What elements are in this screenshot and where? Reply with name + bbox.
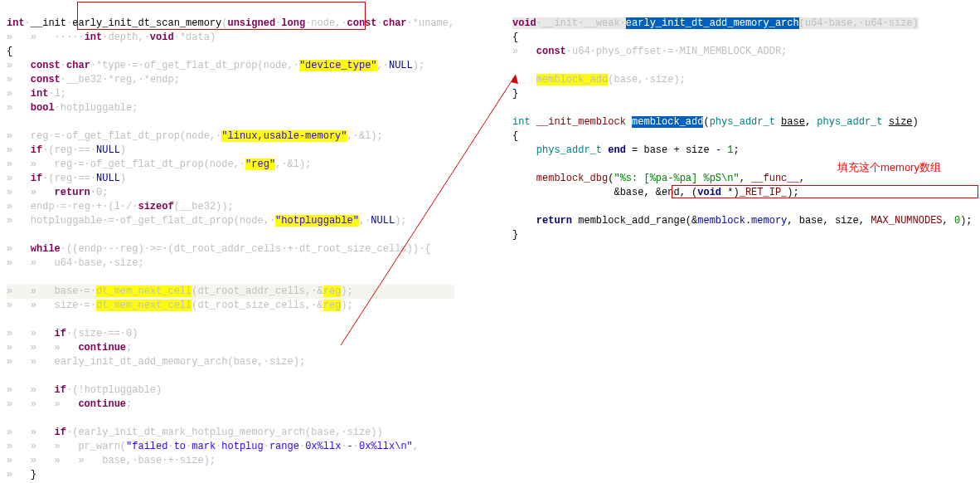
- code-line: {: [512, 130, 518, 142]
- code-line: return memblock_add_range(&memblock.memo…: [512, 215, 973, 227]
- code-line: int __init_memblock memblock_add(phys_ad…: [512, 116, 919, 128]
- code-line: memblock_dbg("%s: [%pa-%pa] %pS\n", __fu…: [512, 173, 805, 184]
- code-line: » if·(reg·==·NULL): [7, 173, 126, 184]
- code-line: » » if·(early_init_dt_mark_hotplug_memor…: [7, 427, 383, 438]
- code-line: }: [512, 229, 518, 241]
- code-line: » bool·hotpluggable;: [7, 102, 138, 114]
- code-line: &base, &end, (void *)_RET_IP_);: [512, 187, 799, 198]
- code-line: void·__init·__weak·early_init_dt_add_mem…: [512, 17, 919, 29]
- code-line: » reg·=·of_get_flat_dt_prop(node,·"linux…: [7, 130, 383, 142]
- code-line: » hotpluggable·=·of_get_flat_dt_prop(nod…: [7, 215, 407, 227]
- code-line: » memblock_add(base,·size);: [512, 74, 686, 85]
- code-line: » » » continue;: [7, 398, 132, 410]
- code-line: » » early_init_dt_add_memory_arch(base,·…: [7, 356, 305, 368]
- right-code-panel: void·__init·__weak·early_init_dt_add_mem…: [512, 2, 973, 242]
- code-line: }: [512, 88, 518, 100]
- code-line: » int·l;: [7, 88, 66, 100]
- code-line: » » u64·base,·size;: [7, 257, 144, 269]
- code-line: » const·u64·phys_offset·=·MIN_MEMBLOCK_A…: [512, 46, 787, 57]
- code-line: » » » continue;: [7, 342, 132, 354]
- code-line: » » if·(size·==·0): [7, 328, 138, 339]
- code-line: int·__init·early_init_dt_scan_memory(uns…: [7, 17, 454, 29]
- code-line: » }: [7, 469, 36, 481]
- code-line: » const·__be32·*reg,·*endp;: [7, 74, 180, 85]
- code-line: » » if·(!hotpluggable): [7, 384, 162, 396]
- code-line: » endp·=·reg·+·(l·/·sizeof(__be32));: [7, 201, 234, 212]
- code-line: » » return·0;: [7, 187, 108, 198]
- code-line: » » ·····int·depth,·void·*data): [7, 32, 216, 43]
- code-line: » while·((endp·-·reg)·>=·(dt_root_addr_c…: [7, 243, 430, 255]
- code-line: {: [512, 32, 518, 43]
- code-line: » const·char·*type·=·of_get_flat_dt_prop…: [7, 60, 425, 71]
- code-line: » if·(reg·==·NULL): [7, 144, 126, 156]
- code-line: phys_addr_t end = base + size - 1;: [512, 144, 740, 156]
- left-code-panel: int·__init·early_init_dt_scan_memory(uns…: [7, 2, 454, 483]
- code-line: » » reg·=·of_get_flat_dt_prop(node,·"reg…: [7, 159, 311, 170]
- highlighted-line: » » base·=·dt_mem_next_cell(dt_root_addr…: [7, 285, 454, 299]
- code-line: {: [7, 46, 12, 57]
- code-line: » » » » base,·base·+·size);: [7, 455, 216, 466]
- code-line: » » size·=·dt_mem_next_cell(dt_root_size…: [7, 300, 353, 311]
- annotation-text: 填充这个memory数组: [837, 160, 941, 174]
- code-line: » » » pr_warn("failed·to·mark·hotplug·ra…: [7, 441, 419, 452]
